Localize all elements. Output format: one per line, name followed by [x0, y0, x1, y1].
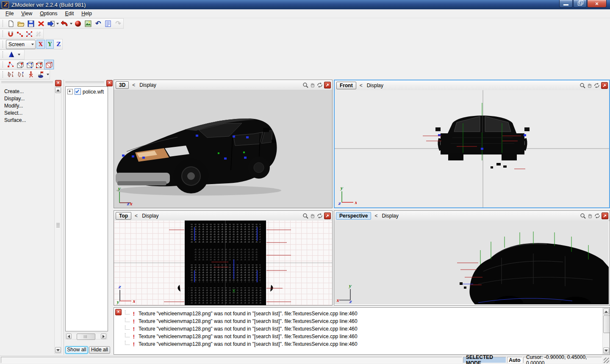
viewport-front-mode-button[interactable]: Front [336, 82, 356, 89]
scroll-down-button[interactable] [603, 347, 609, 353]
vertices-level-button[interactable] [6, 60, 16, 69]
resize-grip[interactable] [604, 358, 609, 363]
pan-icon[interactable] [309, 212, 316, 219]
viewport-back-arrow[interactable]: < [135, 213, 138, 219]
menu-edit[interactable]: Edit [61, 10, 78, 17]
scroll-right-button[interactable] [101, 334, 106, 339]
open-button[interactable] [16, 19, 26, 28]
primitive-dropdown[interactable] [17, 50, 21, 59]
pan-icon[interactable] [309, 81, 316, 88]
scrollbar-grip[interactable] [56, 222, 60, 227]
restore-button[interactable] [573, 0, 587, 8]
viewport-view-menu[interactable]: Display [142, 213, 158, 219]
delete-button[interactable] [36, 19, 46, 28]
menu-options[interactable]: Options [36, 10, 61, 17]
viewport-back-arrow[interactable]: < [132, 82, 135, 88]
scroll-left-button[interactable] [66, 334, 72, 339]
viewport-back-arrow[interactable]: < [360, 83, 363, 88]
viewport-3d-canvas[interactable]: y z x [114, 90, 332, 208]
magnet-snap-button[interactable] [6, 29, 15, 39]
visibility-checkbox[interactable] [75, 88, 81, 95]
viewport-front-canvas[interactable]: y z x [335, 90, 609, 207]
axes-space-dropdown[interactable]: Screen [6, 40, 36, 49]
axis-z-button[interactable]: Z [55, 40, 62, 48]
viewport-back-arrow[interactable]: < [374, 213, 377, 219]
anim-dropdown[interactable] [46, 70, 50, 79]
menu-help[interactable]: Help [78, 10, 96, 17]
commands-panel-close-button[interactable]: × [55, 80, 61, 86]
tree-item-label[interactable]: police.wft [83, 89, 104, 95]
maximize-icon[interactable] [602, 212, 608, 219]
import-button[interactable] [59, 19, 69, 28]
tree-hscrollbar[interactable] [65, 333, 107, 339]
command-create[interactable]: Create... [0, 88, 62, 95]
command-modify[interactable]: Modify... [0, 102, 62, 110]
menu-file[interactable]: File [2, 10, 17, 17]
pin-down-button[interactable] [6, 70, 16, 80]
command-surface[interactable]: Surface... [0, 117, 62, 124]
surfaces-level-button[interactable] [35, 60, 44, 69]
edges-level-button[interactable] [15, 60, 25, 69]
walk-person-button[interactable] [26, 70, 36, 80]
close-button[interactable]: × [587, 0, 607, 8]
objects-level-button-active[interactable] [44, 60, 54, 69]
log-scrollbar[interactable] [602, 308, 610, 354]
zoom-icon[interactable] [579, 212, 586, 219]
tree-hscroll-thumb[interactable] [77, 334, 95, 340]
commands-panel-header[interactable]: × [0, 80, 62, 85]
export-button[interactable] [46, 19, 56, 28]
viewport-perspective-canvas[interactable]: y x z [334, 221, 609, 304]
rotate-icon[interactable] [593, 212, 601, 219]
scene-tree-list[interactable]: police.wft [65, 86, 108, 331]
log-close-button[interactable]: × [115, 309, 122, 315]
scroll-up-button[interactable] [603, 309, 609, 314]
viewport-view-menu[interactable]: Display [367, 83, 383, 88]
axis-y-button[interactable]: Y [46, 40, 54, 49]
viewport-top-canvas[interactable]: z y x [114, 221, 332, 305]
vertex-snap-button[interactable] [15, 29, 25, 39]
import-dropdown[interactable] [69, 19, 73, 28]
scroll-down-button[interactable] [55, 347, 61, 353]
show-all-button[interactable]: Show all [65, 346, 88, 354]
tree-panel-close-button[interactable]: × [106, 80, 113, 86]
edge-cross-snap-button[interactable] [25, 29, 34, 39]
zoom-icon[interactable] [579, 82, 586, 89]
command-display[interactable]: Display... [0, 95, 62, 102]
rotate-icon[interactable] [316, 81, 323, 88]
status-auto-toggle[interactable]: Auto [507, 357, 522, 363]
texture-browser-button[interactable] [83, 19, 93, 28]
new-file-button[interactable] [6, 19, 16, 28]
viewport-view-menu[interactable]: Display [382, 213, 398, 219]
maximize-icon[interactable] [601, 82, 608, 89]
viewport-perspective-mode-button[interactable]: Perspective [336, 212, 371, 220]
zoom-icon[interactable] [302, 212, 309, 219]
axis-x-button[interactable]: X [36, 40, 45, 49]
viewport-top-mode-button[interactable]: Top [116, 212, 131, 220]
export-dropdown[interactable] [56, 19, 59, 28]
polygons-level-button[interactable] [25, 60, 35, 69]
pan-icon[interactable] [586, 212, 593, 219]
pin-up-button[interactable] [16, 70, 26, 80]
zoom-icon[interactable] [302, 81, 309, 88]
rotate-icon[interactable] [593, 82, 600, 89]
flag-group-button[interactable] [36, 70, 46, 80]
expand-plus-icon[interactable] [67, 89, 73, 94]
pan-icon[interactable] [586, 82, 593, 89]
rotate-icon[interactable] [316, 212, 323, 219]
command-select[interactable]: Select... [0, 110, 62, 117]
viewport-3d-mode-button[interactable]: 3D [116, 81, 129, 89]
viewport-view-menu[interactable]: Display [139, 82, 156, 88]
undo-button[interactable]: ↶ [93, 19, 103, 28]
material-editor-button[interactable] [73, 19, 83, 28]
maximize-icon[interactable] [324, 82, 331, 88]
hide-all-button[interactable]: Hide all [89, 346, 110, 354]
cone-primitive-button[interactable] [6, 50, 17, 60]
scroll-up-button[interactable] [55, 87, 61, 93]
minimize-button[interactable] [559, 0, 573, 8]
save-button[interactable] [26, 19, 36, 28]
maximize-icon[interactable] [324, 212, 331, 219]
menu-view[interactable]: View [17, 10, 36, 17]
log-scroll-thumb[interactable] [603, 315, 610, 333]
tree-panel-header[interactable]: × [64, 80, 113, 85]
commands-scrollbar[interactable] [54, 86, 61, 354]
